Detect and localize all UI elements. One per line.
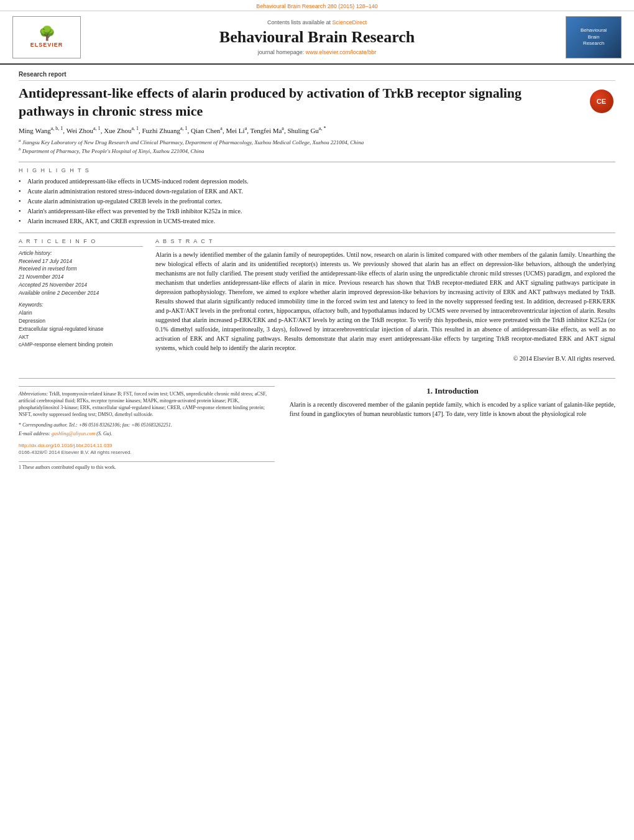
author-sup-4: a, 1 bbox=[180, 126, 188, 131]
highlight-item-2: Acute alarin administration restored str… bbox=[19, 187, 615, 196]
affiliation-a: a Jiangsu Key Laboratory of New Drug Res… bbox=[19, 138, 615, 147]
abbreviations-text: TrkB, tropomyosin-related kinase B; FST,… bbox=[19, 391, 267, 418]
keyword-4: AKT bbox=[19, 333, 143, 341]
bottom-two-col: Abbreviations: TrkB, tropomyosin-related… bbox=[19, 386, 615, 470]
right-col: A B S T R A C T Alarin is a newly identi… bbox=[155, 238, 615, 368]
doi-section: http://dx.doi.org/10.1016/j.bbr.2014.11.… bbox=[19, 443, 275, 455]
corresponding-star: * bbox=[19, 422, 21, 428]
highlight-item-5: Alarin increased ERK, AKT, and CREB expr… bbox=[19, 216, 615, 226]
keyword-5: cAMP-response element binding protein bbox=[19, 341, 143, 349]
crossmark-icon: CE bbox=[590, 90, 613, 113]
received-date: Received 17 July 2014 bbox=[19, 257, 143, 265]
abbreviations-label: Abbreviations: bbox=[19, 391, 48, 397]
article-history-block: Article history: Received 17 July 2014 R… bbox=[19, 250, 143, 297]
keywords-block: Keywords: Alarin Depression Extracellula… bbox=[19, 302, 143, 349]
affil-sup-a: a bbox=[19, 138, 21, 143]
abstract-section: A B S T R A C T Alarin is a newly identi… bbox=[155, 238, 615, 362]
author-sup-8: a, * bbox=[319, 126, 326, 131]
elsevier-tree-icon: 🌳 bbox=[39, 27, 55, 40]
divider-3 bbox=[19, 378, 615, 379]
article-info-section: A R T I C L E I N F O Article history: R… bbox=[19, 238, 143, 349]
email-link[interactable]: gushling@aliyun.com bbox=[52, 431, 95, 436]
intro-text: Alarin is a recently discovered member o… bbox=[290, 400, 615, 418]
abstract-copyright: © 2014 Elsevier B.V. All rights reserved… bbox=[155, 355, 615, 362]
left-col: A R T I C L E I N F O Article history: R… bbox=[19, 238, 143, 368]
authors-line: Ming Wanga, b, 1, Wei Zhoua, 1, Xue Zhou… bbox=[19, 125, 615, 136]
bottom-left: Abbreviations: TrkB, tropomyosin-related… bbox=[19, 386, 275, 470]
page-wrapper: Behavioural Brain Research 280 (2015) 12… bbox=[0, 0, 634, 482]
top-band: Behavioural Brain Research 280 (2015) 12… bbox=[0, 0, 634, 11]
keyword-2: Depression bbox=[19, 317, 143, 325]
received-revised-date: 21 November 2014 bbox=[19, 273, 143, 281]
divider-1 bbox=[19, 162, 615, 162]
email-suffix: (S. Gu). bbox=[96, 431, 112, 436]
journal-title: Behavioural Brain Research bbox=[81, 28, 553, 47]
email-label: E-mail address: bbox=[19, 431, 50, 436]
footnote1-text: 1 These authors contributed equally to t… bbox=[19, 464, 116, 470]
author-sup-6: a bbox=[245, 126, 247, 131]
journal-homepage: journal homepage: www.elsevier.com/locat… bbox=[81, 49, 553, 55]
affil-text-a: Jiangsu Key Laboratory of New Drug Resea… bbox=[22, 139, 364, 145]
elsevier-logo: 🌳 ELSEVIER bbox=[12, 16, 81, 58]
highlight-item-1: Alarin produced antidepressant-like effe… bbox=[19, 177, 615, 187]
article-info-label: A R T I C L E I N F O bbox=[19, 238, 143, 247]
highlight-item-4: Alarin's antidepressant-like effect was … bbox=[19, 206, 615, 216]
author-sup-2: a, 1 bbox=[93, 126, 101, 131]
contents-available-text: Contents lists available at ScienceDirec… bbox=[81, 19, 553, 25]
elsevier-text: ELSEVIER bbox=[30, 42, 63, 48]
divider-2 bbox=[19, 233, 615, 233]
highlight-item-3: Acute alarin administration up-regulated… bbox=[19, 196, 615, 206]
bottom-right: 1. Introduction Alarin is a recently dis… bbox=[290, 386, 615, 470]
keyword-1: Alarin bbox=[19, 309, 143, 317]
highlights-section: H I G H L I G H T S Alarin produced anti… bbox=[19, 167, 615, 226]
keywords-title: Keywords: bbox=[19, 302, 143, 308]
title-section: Antidepressant-like effects of alarin pr… bbox=[19, 85, 615, 120]
affil-text-b: Department of Pharmacy, The People's Hos… bbox=[22, 148, 204, 154]
author-sup-7: a bbox=[282, 126, 284, 131]
homepage-label: journal homepage: bbox=[258, 49, 305, 55]
author-sup-3: a, 1 bbox=[131, 126, 139, 131]
affil-sup-b: b bbox=[19, 147, 21, 152]
history-title: Article history: bbox=[19, 250, 143, 256]
footnote1-block: 1 These authors contributed equally to t… bbox=[19, 461, 275, 470]
crossmark-label: CE bbox=[597, 98, 606, 105]
corresponding-text: Corresponding author. Tel.: +86 0516 832… bbox=[22, 422, 172, 428]
contents-label: Contents lists available at bbox=[267, 19, 331, 25]
corresponding-line: * Corresponding author. Tel.: +86 0516 8… bbox=[19, 422, 275, 428]
sciencedirect-link[interactable]: ScienceDirect bbox=[333, 19, 367, 25]
article-type: Research report bbox=[19, 71, 615, 81]
header-center: Contents lists available at ScienceDirec… bbox=[81, 19, 553, 55]
affiliation-b: b Department of Pharmacy, The People's H… bbox=[19, 147, 615, 155]
crossmark-logo: CE bbox=[587, 87, 615, 115]
doi-issn: 0166-4328/© 2014 Elsevier B.V. All right… bbox=[19, 450, 275, 455]
author-sup-5: a bbox=[220, 126, 223, 131]
intro-title: 1. Introduction bbox=[290, 386, 615, 396]
keyword-3: Extracellular signal-regulated kinase bbox=[19, 325, 143, 333]
email-line: E-mail address: gushling@aliyun.com (S. … bbox=[19, 430, 275, 437]
main-content: Research report Antidepressant-like effe… bbox=[0, 65, 634, 482]
article-title: Antidepressant-like effects of alarin pr… bbox=[19, 85, 578, 120]
abstract-text: Alarin is a newly identified member of t… bbox=[155, 250, 615, 353]
homepage-link[interactable]: www.elsevier.com/locate/bbr bbox=[306, 49, 377, 55]
journal-logo-text: BehaviouralBrainResearch bbox=[581, 27, 607, 47]
accepted-date: Accepted 25 November 2014 bbox=[19, 281, 143, 289]
footnotes-block: Abbreviations: TrkB, tropomyosin-related… bbox=[19, 386, 275, 438]
article-info-abstract-cols: A R T I C L E I N F O Article history: R… bbox=[19, 238, 615, 368]
abbreviations-line: Abbreviations: TrkB, tropomyosin-related… bbox=[19, 390, 275, 418]
highlights-list: Alarin produced antidepressant-like effe… bbox=[19, 177, 615, 226]
received-revised-label: Received in revised form bbox=[19, 265, 143, 273]
available-online: Available online 2 December 2014 bbox=[19, 289, 143, 297]
journal-link[interactable]: Behavioural Brain Research 280 (2015) 12… bbox=[256, 3, 378, 9]
affiliations: a Jiangsu Key Laboratory of New Drug Res… bbox=[19, 138, 615, 155]
header-section: 🌳 ELSEVIER Contents lists available at S… bbox=[0, 11, 634, 65]
abstract-label: A B S T R A C T bbox=[155, 238, 615, 247]
author-sup-1: a, b, 1 bbox=[51, 126, 63, 131]
doi-link[interactable]: http://dx.doi.org/10.1016/j.bbr.2014.11.… bbox=[19, 443, 275, 448]
highlights-label: H I G H L I G H T S bbox=[19, 167, 615, 173]
introduction-section: 1. Introduction Alarin is a recently dis… bbox=[290, 386, 615, 418]
journal-logo-box: BehaviouralBrainResearch bbox=[566, 16, 622, 58]
